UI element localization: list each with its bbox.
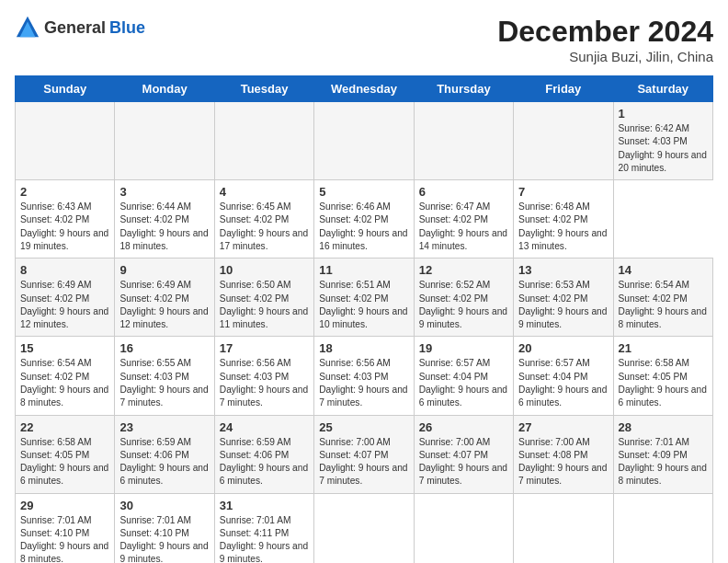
calendar-day-22: 22Sunrise: 6:58 AMSunset: 4:05 PMDayligh…: [16, 415, 115, 493]
calendar-week-5: 22Sunrise: 6:58 AMSunset: 4:05 PMDayligh…: [16, 415, 713, 493]
calendar-table: SundayMondayTuesdayWednesdayThursdayFrid…: [15, 75, 713, 563]
empty-cell: [115, 102, 214, 180]
location-title: Sunjia Buzi, Jilin, China: [497, 49, 713, 64]
page-header: General Blue December 2024 Sunjia Buzi, …: [15, 15, 713, 64]
day-info: Sunrise: 6:46 AMSunset: 4:02 PMDaylight:…: [319, 201, 407, 251]
empty-cell: [414, 102, 513, 180]
calendar-day-12: 12Sunrise: 6:52 AMSunset: 4:02 PMDayligh…: [414, 259, 513, 337]
logo-icon: [15, 15, 40, 40]
calendar-day-8: 8Sunrise: 6:49 AMSunset: 4:02 PMDaylight…: [16, 259, 115, 337]
calendar-day-2: 2Sunrise: 6:43 AMSunset: 4:02 PMDaylight…: [16, 180, 115, 259]
calendar-week-3: 8Sunrise: 6:49 AMSunset: 4:02 PMDaylight…: [16, 259, 713, 337]
day-info: Sunrise: 6:57 AMSunset: 4:04 PMDaylight:…: [518, 358, 607, 408]
day-number: 24: [220, 420, 309, 434]
day-info: Sunrise: 6:56 AMSunset: 4:03 PMDaylight:…: [220, 358, 308, 408]
calendar-day-10: 10Sunrise: 6:50 AMSunset: 4:02 PMDayligh…: [214, 259, 313, 337]
day-info: Sunrise: 6:52 AMSunset: 4:02 PMDaylight:…: [419, 280, 507, 329]
day-number: 8: [20, 263, 109, 277]
day-info: Sunrise: 6:49 AMSunset: 4:02 PMDaylight:…: [119, 280, 208, 329]
empty-cell: [514, 102, 613, 180]
day-number: 3: [119, 185, 209, 199]
calendar-week-2: 2Sunrise: 6:43 AMSunset: 4:02 PMDaylight…: [16, 180, 713, 259]
empty-cell: [414, 493, 513, 563]
day-info: Sunrise: 6:50 AMSunset: 4:02 PMDaylight:…: [220, 280, 308, 329]
day-number: 29: [20, 499, 109, 512]
day-number: 17: [220, 341, 309, 355]
day-info: Sunrise: 6:54 AMSunset: 4:02 PMDaylight:…: [20, 358, 108, 408]
calendar-day-13: 13Sunrise: 6:53 AMSunset: 4:02 PMDayligh…: [514, 259, 613, 337]
day-info: Sunrise: 6:51 AMSunset: 4:02 PMDaylight:…: [319, 280, 407, 329]
header-tuesday: Tuesday: [214, 76, 313, 102]
calendar-day-15: 15Sunrise: 6:54 AMSunset: 4:02 PMDayligh…: [16, 337, 115, 415]
day-info: Sunrise: 6:57 AMSunset: 4:04 PMDaylight:…: [419, 358, 507, 408]
calendar-day-31: 31Sunrise: 7:01 AMSunset: 4:11 PMDayligh…: [214, 493, 313, 563]
header-wednesday: Wednesday: [314, 76, 414, 102]
header-friday: Friday: [514, 76, 613, 102]
day-number: 26: [419, 420, 508, 434]
month-title: December 2024: [497, 15, 713, 49]
day-number: 28: [619, 420, 708, 434]
day-number: 11: [319, 263, 408, 277]
calendar-day-17: 17Sunrise: 6:56 AMSunset: 4:03 PMDayligh…: [214, 337, 313, 415]
calendar-day-29: 29Sunrise: 7:01 AMSunset: 4:10 PMDayligh…: [16, 493, 115, 563]
day-number: 1: [619, 107, 708, 121]
calendar-day-4: 4Sunrise: 6:45 AMSunset: 4:02 PMDaylight…: [214, 180, 313, 259]
day-number: 7: [518, 185, 608, 199]
day-info: Sunrise: 6:53 AMSunset: 4:02 PMDaylight:…: [518, 280, 607, 329]
day-number: 21: [619, 341, 708, 355]
calendar-day-26: 26Sunrise: 7:00 AMSunset: 4:07 PMDayligh…: [414, 415, 513, 493]
calendar-week-4: 15Sunrise: 6:54 AMSunset: 4:02 PMDayligh…: [16, 337, 713, 415]
day-info: Sunrise: 7:01 AMSunset: 4:10 PMDaylight:…: [20, 515, 108, 563]
header-monday: Monday: [115, 76, 214, 102]
empty-cell: [514, 493, 613, 563]
empty-cell: [16, 102, 115, 180]
day-number: 19: [419, 341, 508, 355]
calendar-day-5: 5Sunrise: 6:46 AMSunset: 4:02 PMDaylight…: [314, 180, 414, 259]
calendar-day-20: 20Sunrise: 6:57 AMSunset: 4:04 PMDayligh…: [514, 337, 613, 415]
day-info: Sunrise: 6:55 AMSunset: 4:03 PMDaylight:…: [119, 358, 208, 408]
calendar-day-23: 23Sunrise: 6:59 AMSunset: 4:06 PMDayligh…: [115, 415, 214, 493]
day-info: Sunrise: 7:01 AMSunset: 4:10 PMDaylight:…: [119, 515, 208, 563]
header-sunday: Sunday: [16, 76, 115, 102]
calendar-day-18: 18Sunrise: 6:56 AMSunset: 4:03 PMDayligh…: [314, 337, 414, 415]
day-info: Sunrise: 6:58 AMSunset: 4:05 PMDaylight:…: [20, 437, 108, 487]
day-number: 13: [518, 263, 608, 277]
header-saturday: Saturday: [613, 76, 712, 102]
day-number: 10: [220, 263, 309, 277]
calendar-week-6: 29Sunrise: 7:01 AMSunset: 4:10 PMDayligh…: [16, 493, 713, 563]
header-thursday: Thursday: [414, 76, 513, 102]
day-info: Sunrise: 7:00 AMSunset: 4:07 PMDaylight:…: [319, 437, 407, 487]
day-info: Sunrise: 6:56 AMSunset: 4:03 PMDaylight:…: [319, 358, 407, 408]
day-number: 20: [518, 341, 608, 355]
day-number: 12: [419, 263, 508, 277]
calendar-day-25: 25Sunrise: 7:00 AMSunset: 4:07 PMDayligh…: [314, 415, 414, 493]
calendar-day-27: 27Sunrise: 7:00 AMSunset: 4:08 PMDayligh…: [514, 415, 613, 493]
day-info: Sunrise: 6:59 AMSunset: 4:06 PMDaylight:…: [119, 437, 208, 487]
calendar-day-9: 9Sunrise: 6:49 AMSunset: 4:02 PMDaylight…: [115, 259, 214, 337]
day-info: Sunrise: 6:49 AMSunset: 4:02 PMDaylight:…: [20, 280, 108, 329]
day-info: Sunrise: 6:54 AMSunset: 4:02 PMDaylight:…: [619, 280, 707, 329]
day-number: 16: [119, 341, 209, 355]
calendar-day-21: 21Sunrise: 6:58 AMSunset: 4:05 PMDayligh…: [613, 337, 712, 415]
day-number: 2: [20, 185, 109, 199]
day-info: Sunrise: 6:43 AMSunset: 4:02 PMDaylight:…: [20, 201, 108, 251]
calendar-day-1: 1Sunrise: 6:42 AMSunset: 4:03 PMDaylight…: [613, 102, 712, 180]
day-info: Sunrise: 7:01 AMSunset: 4:11 PMDaylight:…: [220, 515, 308, 563]
logo: General Blue: [15, 15, 145, 40]
day-info: Sunrise: 6:58 AMSunset: 4:05 PMDaylight:…: [619, 358, 707, 408]
day-info: Sunrise: 6:48 AMSunset: 4:02 PMDaylight:…: [518, 201, 607, 251]
day-number: 18: [319, 341, 408, 355]
day-info: Sunrise: 6:47 AMSunset: 4:02 PMDaylight:…: [419, 201, 507, 251]
logo-text-general: General: [44, 18, 106, 38]
calendar-day-19: 19Sunrise: 6:57 AMSunset: 4:04 PMDayligh…: [414, 337, 513, 415]
day-number: 27: [518, 420, 608, 434]
day-number: 5: [319, 185, 408, 199]
calendar-header-row: SundayMondayTuesdayWednesdayThursdayFrid…: [16, 76, 713, 102]
calendar-day-6: 6Sunrise: 6:47 AMSunset: 4:02 PMDaylight…: [414, 180, 513, 259]
day-number: 9: [119, 263, 209, 277]
calendar-day-14: 14Sunrise: 6:54 AMSunset: 4:02 PMDayligh…: [613, 259, 712, 337]
day-info: Sunrise: 6:42 AMSunset: 4:03 PMDaylight:…: [619, 123, 707, 173]
logo-text-blue: Blue: [109, 18, 145, 38]
calendar-day-11: 11Sunrise: 6:51 AMSunset: 4:02 PMDayligh…: [314, 259, 414, 337]
day-number: 30: [119, 499, 209, 512]
